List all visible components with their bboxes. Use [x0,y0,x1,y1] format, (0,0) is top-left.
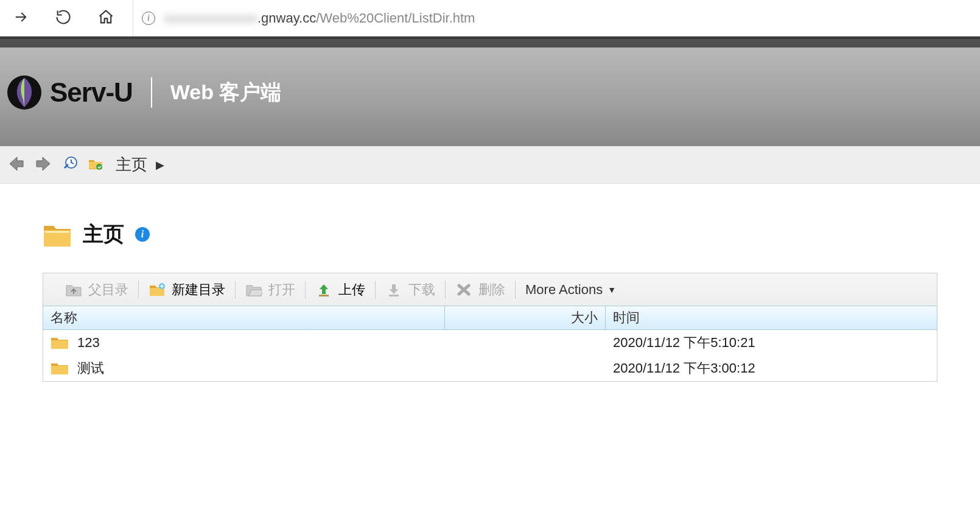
upload-button[interactable]: 上传 [306,281,375,299]
browser-nav-icons [12,9,114,28]
forward-arrow-icon[interactable] [34,153,55,177]
folder-refresh-icon[interactable] [88,156,103,174]
url-bar[interactable]: i xxxxxxxxxxxxxx.gnway.cc/Web%20Client/L… [133,0,968,36]
url-host: .gnway.cc [257,10,316,26]
column-header-time[interactable]: 时间 [606,306,937,329]
forward-icon[interactable] [12,9,29,28]
nav-toolbar: 主页 ▶ [0,146,980,184]
row-name: 123 [77,335,100,351]
table-header: 名称 大小 时间 [43,306,937,330]
download-button[interactable]: 下载 [376,281,445,299]
svg-point-2 [96,164,102,170]
upload-label: 上传 [338,281,365,299]
column-header-name[interactable]: 名称 [43,306,445,329]
svg-rect-3 [45,231,69,233]
parent-dir-icon [65,282,82,298]
back-arrow-icon[interactable] [5,153,26,177]
page-title: 主页 [83,220,124,248]
table-body: 123 2020/11/12 下午5:10:21 测试 2020/11/12 下… [43,330,937,382]
history-icon[interactable] [63,156,79,174]
header-divider [151,77,152,108]
caret-down-icon: ▼ [607,285,616,295]
folder-icon [43,221,72,248]
new-dir-icon [149,282,166,298]
column-header-size[interactable]: 大小 [445,306,606,329]
svg-rect-5 [319,295,329,296]
actions-toolbar: 父目录 新建目录 打开 上传 下载 删除 More Actions [43,273,937,306]
content-area: 主页 i 父目录 新建目录 打开 上传 下载 删除 [0,184,980,394]
open-icon [245,282,262,298]
row-name: 测试 [77,359,104,377]
parent-dir-label: 父目录 [88,281,128,299]
row-time: 2020/11/12 下午5:10:21 [606,334,937,352]
table-row[interactable]: 123 2020/11/12 下午5:10:21 [43,330,937,356]
delete-label: 删除 [478,281,505,299]
refresh-icon[interactable] [55,9,72,28]
table-row[interactable]: 测试 2020/11/12 下午3:00:12 [43,356,937,381]
folder-icon [51,335,69,351]
download-icon [385,282,402,298]
brand-name: Serv-U [50,77,133,108]
info-icon[interactable]: i [135,227,150,242]
download-label: 下载 [408,281,435,299]
site-info-icon[interactable]: i [142,12,155,25]
url-text: xxxxxxxxxxxxxx.gnway.cc/Web%20Client/Lis… [164,10,475,26]
logo: Serv-U [6,74,133,111]
delete-button[interactable]: 删除 [446,281,515,299]
open-button[interactable]: 打开 [236,281,305,299]
new-dir-label: 新建目录 [172,281,225,299]
delete-icon [455,282,472,298]
upload-icon [315,282,332,298]
svg-rect-6 [389,295,399,296]
url-path: /Web%20Client/ListDir.htm [316,10,475,26]
breadcrumb-caret-icon: ▶ [156,158,164,172]
more-actions-button[interactable]: More Actions ▼ [516,282,626,298]
breadcrumb[interactable]: 主页 [116,154,147,175]
page-title-row: 主页 i [43,220,937,248]
new-dir-button[interactable]: 新建目录 [139,281,235,299]
home-icon[interactable] [97,9,114,28]
app-header: Serv-U Web 客户端 [0,37,980,146]
more-actions-label: More Actions [525,282,603,298]
browser-toolbar: i xxxxxxxxxxxxxx.gnway.cc/Web%20Client/L… [0,0,980,37]
row-time: 2020/11/12 下午3:00:12 [606,359,937,377]
parent-dir-button[interactable]: 父目录 [55,281,138,299]
open-label: 打开 [268,281,295,299]
servu-logo-icon [6,74,43,111]
header-subtitle: Web 客户端 [170,79,282,107]
folder-icon [51,360,69,376]
